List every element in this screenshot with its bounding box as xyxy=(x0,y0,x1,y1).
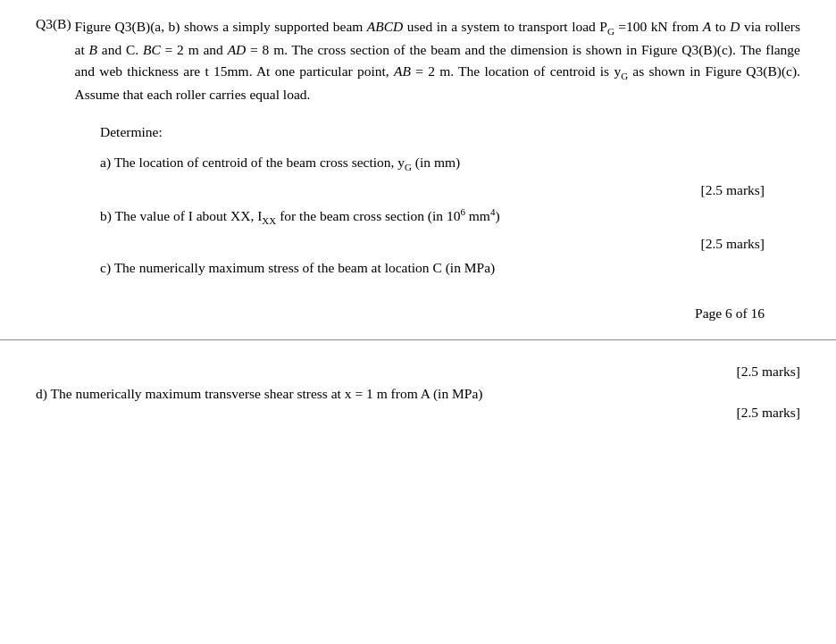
sub-q-d: d) The numerically maximum transverse sh… xyxy=(36,383,800,405)
marks-d-bottom: [2.5 marks] xyxy=(36,405,800,421)
sub-q-a: a) The location of centroid of the beam … xyxy=(100,152,800,175)
marks-d-top-text: [2.5 marks] xyxy=(737,364,800,379)
page: Q3(B) Figure Q3(B)(a, b) shows a simply … xyxy=(0,0,836,644)
sub-c-text: The numerically maximum stress of the be… xyxy=(114,260,496,275)
marks-c-bottom: [2.5 marks] xyxy=(36,364,800,380)
marks-b: [2.5 marks] xyxy=(100,236,765,252)
page-number: Page 6 of 16 xyxy=(695,305,765,321)
question-block: Q3(B) Figure Q3(B)(a, b) shows a simply … xyxy=(36,16,800,105)
sub-b-label: b) The value of I about XX, IXX for the … xyxy=(100,208,500,223)
marks-a: [2.5 marks] xyxy=(100,182,765,198)
bottom-section: [2.5 marks] d) The numerically maximum t… xyxy=(0,340,836,430)
sub-questions: a) The location of centroid of the beam … xyxy=(100,152,800,278)
sub-c-label: c) xyxy=(100,260,111,275)
question-text: Figure Q3(B)(a, b) shows a simply suppor… xyxy=(75,16,800,105)
sub-d-label: d) xyxy=(36,386,47,401)
question-label: Q3(B) xyxy=(36,16,71,32)
sub-q-c: c) The numerically maximum stress of the… xyxy=(100,257,800,279)
determine-block: Determine: xyxy=(100,121,800,143)
page-number-block: Page 6 of 16 xyxy=(36,305,765,322)
sub-q-b: b) The value of I about XX, IXX for the … xyxy=(100,204,800,228)
top-section: Q3(B) Figure Q3(B)(a, b) shows a simply … xyxy=(0,0,836,339)
determine-label: Determine: xyxy=(100,124,163,139)
marks-d-text: [2.5 marks] xyxy=(737,405,800,420)
sub-d-text: The numerically maximum transverse shear… xyxy=(51,386,483,401)
sub-a-label: a) The location of centroid of the beam … xyxy=(100,155,460,170)
